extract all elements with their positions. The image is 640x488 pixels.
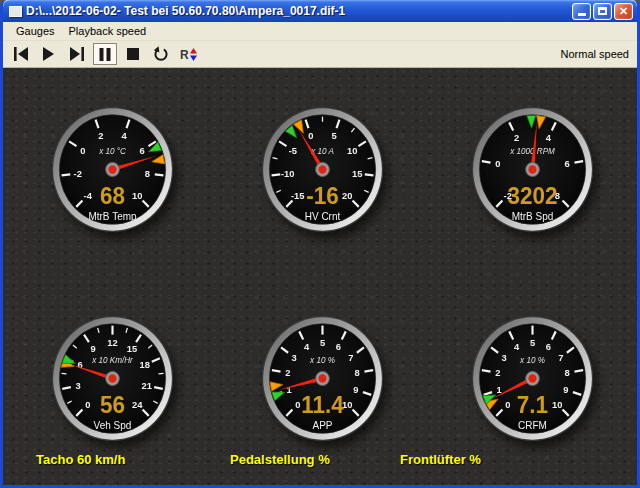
- tick-minor: [159, 373, 164, 374]
- tick-label: 2: [514, 132, 519, 143]
- tick-label: 0: [505, 398, 510, 409]
- menu-gauges[interactable]: Gauges: [9, 23, 62, 39]
- tick-label: 24: [132, 398, 143, 409]
- tick-label: 6: [564, 158, 569, 169]
- gauge-multiplier-label: x 10 %: [309, 356, 335, 365]
- gauge-app: 012345678910x 10 %11.4APP: [260, 314, 385, 443]
- tick-label: -5: [289, 145, 298, 156]
- play-button[interactable]: [37, 43, 61, 65]
- gauge-veh-spd: 03691215182124x 10 Km/Hr56Veh Spd: [50, 314, 175, 443]
- tick-label: 5: [530, 337, 536, 348]
- tick-label: 10: [132, 189, 142, 200]
- tick-label: 4: [514, 341, 520, 352]
- gauge-name: HV Crnt: [305, 211, 341, 222]
- tick-minor: [61, 373, 66, 374]
- tick-label: 0: [80, 145, 85, 156]
- tick-label: 8: [145, 168, 150, 179]
- tick-label: 5: [331, 130, 337, 141]
- gauge-hv-crnt: -15-10-505101520x 10 A-16HV Crnt: [260, 105, 385, 234]
- tick-major: [365, 174, 374, 175]
- tick-label: 9: [90, 343, 95, 354]
- gauge-mtrb-temp: -4-20246810x 10 °C68MtrB Temp: [50, 105, 175, 234]
- gauge-name: CRFM: [518, 420, 547, 431]
- gauge-name: Veh Spd: [94, 420, 132, 431]
- tick-major: [574, 161, 583, 162]
- tick-label: 15: [352, 168, 363, 179]
- tick-label: 6: [546, 341, 551, 352]
- tick-label: 4: [121, 130, 127, 141]
- skip-end-icon: [70, 47, 85, 61]
- gauge-multiplier-label: x 10 %: [519, 356, 545, 365]
- gauge-value: 56: [100, 392, 125, 418]
- tick-label: -4: [84, 189, 93, 200]
- maximize-button[interactable]: [593, 3, 612, 20]
- gauge-multiplier-label: x 10 Km/Hr: [91, 356, 134, 365]
- playback-status: Normal speed: [561, 48, 631, 60]
- caption-pedalstellung: Pedalstellung %: [230, 452, 330, 467]
- gauge-value: 3202: [507, 183, 557, 209]
- tick-label: 2: [495, 367, 500, 378]
- tick-label: 8: [354, 367, 359, 378]
- reset-sort-icon: R: [180, 47, 198, 62]
- tick-label: 5: [320, 337, 326, 348]
- tick-major: [574, 370, 583, 371]
- tick-label: 21: [142, 380, 153, 391]
- loop-button[interactable]: [149, 43, 173, 65]
- gauge-name: MtrB Spd: [512, 211, 554, 222]
- title-bar[interactable]: D:\...\2012-06-02- Test bei 50.60.70.80\…: [3, 0, 637, 22]
- minimize-button[interactable]: [572, 3, 591, 20]
- close-button[interactable]: ✕: [614, 3, 633, 20]
- tick-label: 10: [552, 398, 562, 409]
- tick-label: 4: [546, 132, 552, 143]
- app-icon: [9, 6, 22, 17]
- tick-major: [482, 370, 491, 371]
- tick-major: [272, 174, 281, 175]
- tick-major: [482, 161, 491, 162]
- gauge-value: -16: [306, 183, 339, 209]
- tick-label: -2: [74, 168, 82, 179]
- caption-frontluefter: Frontlüfter %: [400, 452, 481, 467]
- gauge-dial: 012345678910x 10 %11.4APP: [260, 314, 385, 443]
- tick-label: 8: [564, 367, 569, 378]
- reset-playback-button[interactable]: R: [177, 43, 201, 65]
- window-title: D:\...\2012-06-02- Test bei 50.60.70.80\…: [26, 4, 572, 18]
- tick-label: 3: [292, 352, 297, 363]
- pause-icon: [99, 48, 111, 61]
- gauge-value: 68: [100, 183, 125, 209]
- tick-label: 1: [287, 384, 293, 395]
- tick-label: 12: [107, 337, 117, 348]
- gauge-mtrb-spd: -202468x 1000 RPM3202MtrB Spd: [470, 105, 595, 234]
- tick-label: 2: [285, 367, 290, 378]
- stop-button[interactable]: [121, 43, 145, 65]
- gauge-dial: 03691215182124x 10 Km/Hr56Veh Spd: [50, 314, 175, 443]
- gauge-crfm: 012345678910x 10 %7.1CRFM: [470, 314, 595, 443]
- app-window: D:\...\2012-06-02- Test bei 50.60.70.80\…: [0, 0, 640, 488]
- play-icon: [43, 47, 55, 61]
- tick-label: 0: [85, 398, 90, 409]
- tick-label: 0: [308, 130, 313, 141]
- stop-icon: [127, 48, 139, 60]
- caption-tacho: Tacho 60 km/h: [36, 452, 125, 467]
- gauge-multiplier-label: x 10 °C: [98, 147, 126, 156]
- tick-major: [272, 370, 281, 371]
- gauge-value: 7.1: [517, 392, 549, 418]
- tick-label: 6: [140, 145, 145, 156]
- gauge-dial: -4-20246810x 10 °C68MtrB Temp: [50, 105, 175, 234]
- skip-start-icon: [14, 47, 29, 61]
- svg-text:R: R: [180, 48, 189, 62]
- tick-label: 3: [76, 380, 81, 391]
- skip-end-button[interactable]: [65, 43, 89, 65]
- gauge-value: 11.4: [301, 392, 344, 418]
- pause-button[interactable]: [93, 43, 117, 65]
- tick-label: 7: [558, 352, 563, 363]
- tick-label: 20: [342, 189, 352, 200]
- tick-major: [62, 174, 71, 175]
- tick-label: 9: [353, 384, 358, 395]
- tick-label: 9: [563, 384, 568, 395]
- tick-label: 15: [127, 343, 138, 354]
- menu-playback-speed[interactable]: Playback speed: [62, 23, 154, 39]
- skip-start-button[interactable]: [9, 43, 33, 65]
- tick-label: 4: [304, 341, 310, 352]
- tick-major: [155, 174, 164, 175]
- tick-label: 0: [495, 158, 500, 169]
